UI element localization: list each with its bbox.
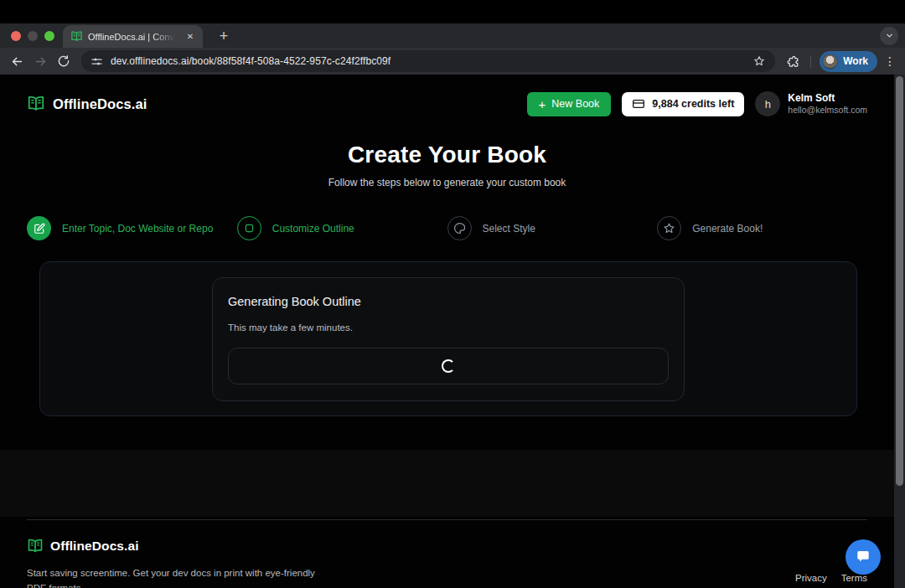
step-label: Generate Book! <box>692 223 763 235</box>
chat-bubble-icon <box>855 549 871 565</box>
footer-logo[interactable]: OfflineDocs.ai <box>27 538 867 554</box>
workflow-panel: Generating Book Outline This may take a … <box>39 261 857 416</box>
new-tab-button[interactable]: + <box>214 26 234 46</box>
page-subtitle: Follow the steps below to generate your … <box>0 177 894 188</box>
browser-menu-icon[interactable]: ⋮ <box>882 54 897 68</box>
forward-icon <box>31 52 49 70</box>
book-logo-icon <box>27 538 44 554</box>
square-icon <box>237 216 261 240</box>
tab-close-icon[interactable]: ✕ <box>184 30 197 44</box>
site-header: OfflineDocs.ai + New Book 9,884 credits … <box>0 85 894 122</box>
generating-subtitle: This may take a few minutes. <box>228 322 669 333</box>
window-titlebar <box>0 0 905 23</box>
back-icon[interactable] <box>8 52 26 70</box>
toolbar-divider <box>810 55 811 68</box>
page-content: OfflineDocs.ai + New Book 9,884 credits … <box>0 75 894 588</box>
background-band <box>0 450 894 517</box>
footer-divider <box>27 519 867 520</box>
new-book-button[interactable]: + New Book <box>527 92 612 116</box>
footer-links: Privacy Terms <box>795 573 867 583</box>
avatar: h <box>755 91 780 116</box>
progress-box <box>228 348 669 384</box>
step-label: Enter Topic, Doc Website or Repo <box>62 223 213 235</box>
new-book-label: New Book <box>551 98 599 110</box>
tab-strip: OfflineDocs.ai | Convert Tech ✕ + <box>0 23 905 48</box>
step-generate-book: Generate Book! <box>657 216 867 240</box>
address-bar[interactable]: dev.offlinedocs.ai/book/88f58f4f-508a-45… <box>81 50 775 72</box>
chat-widget-button[interactable] <box>846 539 881 575</box>
footer-logo-text: OfflineDocs.ai <box>50 539 139 554</box>
generating-card: Generating Book Outline This may take a … <box>212 277 685 401</box>
url-text: dev.offlinedocs.ai/book/88f58f4f-508a-45… <box>111 55 745 67</box>
browser-toolbar: dev.offlinedocs.ai/book/88f58f4f-508a-45… <box>0 48 905 75</box>
loading-spinner-icon <box>442 359 455 373</box>
step-customize-outline: Customize Outline <box>237 216 447 240</box>
credits-label: 9,884 credits left <box>652 98 734 110</box>
extensions-icon[interactable] <box>783 52 802 70</box>
step-label: Select Style <box>483 223 535 235</box>
step-enter-topic: Enter Topic, Doc Website or Repo <box>27 216 237 240</box>
palette-icon <box>447 216 472 240</box>
minimize-window-button[interactable] <box>28 31 38 41</box>
browser-tab[interactable]: OfflineDocs.ai | Convert Tech ✕ <box>63 25 203 48</box>
close-window-button[interactable] <box>11 31 21 41</box>
scrollbar-thumb[interactable] <box>896 76 903 486</box>
user-name: Kelm Soft <box>788 92 867 105</box>
user-email: hello@kelmsoft.com <box>788 105 867 116</box>
page-title: Create Your Book <box>0 142 894 168</box>
zoom-window-button[interactable] <box>44 31 54 41</box>
browser-profile-chip[interactable]: Work <box>820 51 877 72</box>
footer-description: Start saving screentime. Get your dev do… <box>27 565 322 588</box>
site-footer: OfflineDocs.ai Start saving screentime. … <box>0 519 894 588</box>
edit-icon <box>27 216 51 240</box>
traffic-lights <box>0 31 63 41</box>
tab-favicon-book-icon <box>70 30 83 43</box>
privacy-link[interactable]: Privacy <box>795 573 827 583</box>
reload-icon[interactable] <box>54 52 73 70</box>
profile-label: Work <box>843 55 868 67</box>
tab-title: OfflineDocs.ai | Convert Tech <box>88 32 178 42</box>
bookmark-star-icon[interactable] <box>752 54 766 68</box>
generating-title: Generating Book Outline <box>228 295 669 308</box>
site-logo[interactable]: OfflineDocs.ai <box>27 95 147 113</box>
hero-section: Create Your Book Follow the steps below … <box>0 142 894 188</box>
profile-avatar <box>822 54 838 70</box>
tab-search-chevron-icon[interactable] <box>880 27 898 45</box>
book-logo-icon <box>27 95 45 113</box>
steps-row: Enter Topic, Doc Website or Repo Customi… <box>0 216 894 240</box>
plus-icon: + <box>539 98 546 111</box>
site-settings-icon[interactable] <box>90 55 103 68</box>
site-logo-text: OfflineDocs.ai <box>53 96 147 112</box>
header-actions: + New Book 9,884 credits left h Kelm Sof… <box>527 91 867 116</box>
star-icon <box>657 216 681 240</box>
step-select-style: Select Style <box>447 216 658 240</box>
step-label: Customize Outline <box>272 223 354 235</box>
user-account[interactable]: h Kelm Soft hello@kelmsoft.com <box>755 91 867 116</box>
scrollbar <box>894 75 905 588</box>
credits-badge[interactable]: 9,884 credits left <box>622 92 744 116</box>
credit-card-icon <box>632 97 645 111</box>
